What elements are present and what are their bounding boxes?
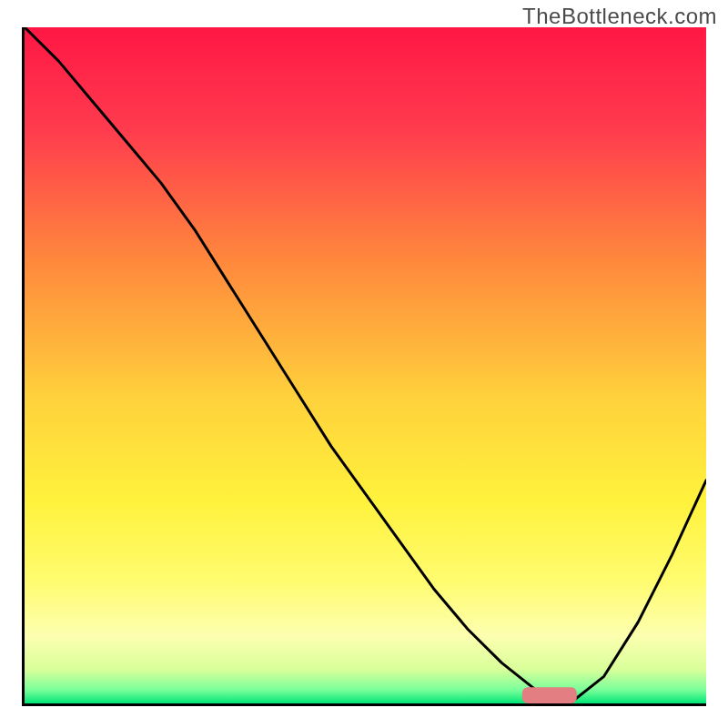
- chart-overlay: [25, 27, 706, 703]
- chart-container: TheBottleneck.com: [0, 0, 728, 728]
- highlight-marker: [522, 687, 577, 703]
- plot-area: [22, 27, 706, 706]
- curve-line: [25, 27, 706, 703]
- watermark-text: TheBottleneck.com: [522, 4, 717, 29]
